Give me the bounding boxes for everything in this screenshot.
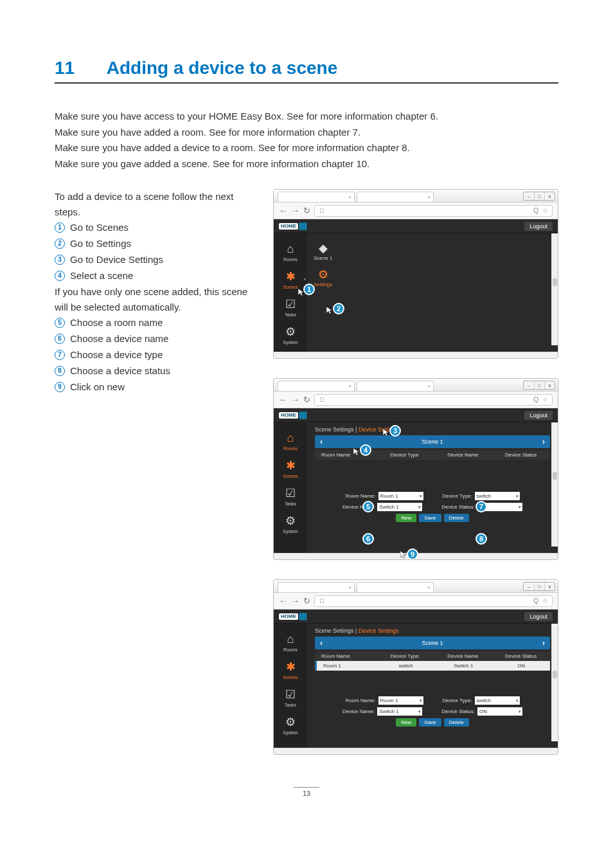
cell-room-name: Room 1 [317,661,377,671]
scrollbar-horizontal[interactable] [274,352,558,358]
device-type-select[interactable]: switch [475,696,520,705]
step-num: 6 [55,334,65,344]
maximize-icon[interactable]: □ [534,583,544,590]
bookmark-icon[interactable]: ☆ [542,396,548,403]
minimize-icon[interactable]: – [524,192,534,200]
chevron-right-icon[interactable]: › [542,437,545,446]
room-name-select[interactable]: Room 1 [378,492,423,500]
tab-close-icon[interactable]: × [427,194,431,200]
back-icon[interactable]: ← [279,596,287,606]
save-button[interactable]: Save [419,514,441,522]
close-icon[interactable]: x [544,381,555,389]
forward-icon[interactable]: → [291,395,299,404]
maximize-icon[interactable]: □ [534,192,544,200]
step-text: Click on new [70,379,125,395]
browser-tab[interactable]: × [278,192,355,202]
bookmark-icon[interactable]: ☆ [542,207,548,214]
chevron-right-icon[interactable]: › [542,638,545,647]
flyout-scene1[interactable]: ◆Scene 1 [307,239,339,264]
sidebar-item-tasks[interactable]: ☑Tasks [274,482,307,509]
device-name-select[interactable]: Switch 1 [377,707,422,716]
browser-tab[interactable]: × [357,192,434,202]
scrollbar-vertical[interactable] [551,233,558,345]
forward-icon[interactable]: → [291,206,299,215]
address-bar[interactable]: 🗋 Q ☆ [314,394,553,406]
callout-1: 1 [303,284,315,295]
step-num: 7 [55,350,65,360]
house-icon: ⌂ [282,631,299,647]
back-icon[interactable]: ← [279,206,287,215]
col-device-status: Device Status [492,651,551,661]
scrollbar-vertical[interactable] [551,624,558,741]
close-icon[interactable]: x [544,192,555,200]
sidebar-item-tasks[interactable]: ☑Tasks [274,293,307,320]
page-icon: 🗋 [319,396,325,403]
tab-close-icon[interactable]: × [348,383,351,389]
forward-icon[interactable]: → [291,596,299,606]
logout-button[interactable]: Logout [524,612,553,621]
delete-button[interactable]: Delete [444,718,469,727]
crumb-scene-settings[interactable]: Scene Settings [315,426,354,433]
app-sidebar: ⌂Rooms ✱Scenes ☑Tasks ⚙System [274,422,307,553]
crumb-device-settings[interactable]: Device Settings [359,628,399,634]
device-status-label: Device Status: [441,709,475,714]
sidebar-item-rooms[interactable]: ⌂Rooms [274,237,307,265]
room-name-select[interactable]: Room 1 [378,696,423,705]
tab-close-icon[interactable]: × [427,584,431,590]
tab-close-icon[interactable]: × [348,194,351,200]
bookmark-icon[interactable]: ☆ [542,597,548,604]
minimize-icon[interactable]: – [524,381,534,389]
close-icon[interactable]: x [544,583,555,590]
sidebar-item-system[interactable]: ⚙System [274,320,307,348]
browser-tab[interactable]: × [278,381,355,391]
step-num: 5 [55,318,65,328]
scrollbar-vertical[interactable] [551,422,558,547]
delete-button[interactable]: Delete [444,514,469,522]
address-bar[interactable]: 🗋 Q ☆ [314,595,553,607]
sidebar-item-rooms[interactable]: ⌂Rooms [274,426,307,454]
reload-icon[interactable]: ↻ [303,596,310,606]
crumb-scene-settings[interactable]: Scene Settings [315,628,354,634]
device-name-select[interactable]: Switch 1 [377,503,422,511]
save-button[interactable]: Save [419,718,441,727]
reload-icon[interactable]: ↻ [303,395,310,404]
maximize-icon[interactable]: □ [534,381,544,389]
sidebar-item-scenes[interactable]: ✱Scenes [274,655,307,683]
device-type-label: Device Type: [443,493,472,499]
address-bar[interactable]: 🗋 Q ☆ [314,205,553,217]
new-button[interactable]: New [396,718,416,727]
logout-button[interactable]: Logout [524,222,553,231]
sidebar-item-scenes[interactable]: ✱Scenes [274,454,307,482]
table-row[interactable]: Room 1 switch Switch 1 ON [315,661,550,671]
browser-tab[interactable]: × [357,582,434,592]
sidebar-item-system[interactable]: ⚙System [274,710,307,738]
chevron-left-icon[interactable]: ‹ [320,437,323,446]
browser-tab[interactable]: × [278,582,355,592]
browser-tab[interactable]: × [357,381,434,391]
form-buttons: New Save Delete [315,514,550,522]
search-icon[interactable]: Q [533,396,538,403]
back-icon[interactable]: ← [279,395,287,404]
scenes-icon: ✱ [282,457,299,474]
browser-titlebar: × × – □ x [274,580,558,593]
device-status-select[interactable]: ON [477,707,522,716]
tab-close-icon[interactable]: × [348,584,351,590]
sidebar-item-rooms[interactable]: ⌂Rooms [274,628,307,655]
section-number: 11 [55,58,102,78]
tab-close-icon[interactable]: × [427,383,431,389]
sidebar-item-tasks[interactable]: ☑Tasks [274,683,307,710]
chevron-left-icon[interactable]: ‹ [320,638,323,647]
scene-selector[interactable]: ‹ Scene 1 › [315,435,550,448]
search-icon[interactable]: Q [533,207,538,214]
scrollbar-horizontal[interactable] [274,748,558,754]
col-room-name: Room Name [315,651,376,661]
new-button[interactable]: New [396,514,416,522]
device-type-select[interactable]: switch [475,492,520,500]
minimize-icon[interactable]: – [524,583,534,590]
sidebar-item-system[interactable]: ⚙System [274,509,307,537]
scene-selector[interactable]: ‹ Scene 1 › [315,637,550,649]
tasks-icon: ☑ [282,296,299,312]
reload-icon[interactable]: ↻ [303,206,310,215]
logout-button[interactable]: Logout [524,411,553,420]
search-icon[interactable]: Q [533,597,538,604]
